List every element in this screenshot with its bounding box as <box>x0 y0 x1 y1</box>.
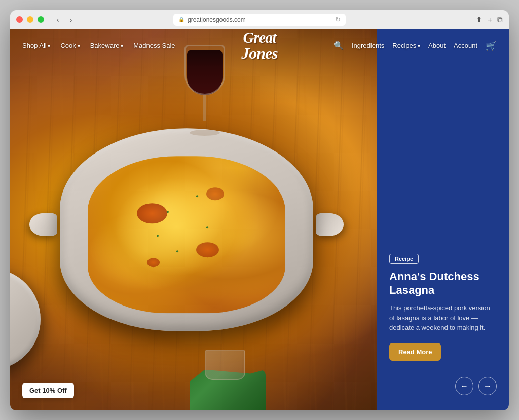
back-button[interactable]: ‹ <box>52 14 63 25</box>
nav-about[interactable]: About <box>428 42 446 49</box>
close-button[interactable] <box>16 16 23 23</box>
recipe-description: This porchetta-spiced pork version of la… <box>389 303 497 333</box>
mac-window: ‹ › 🔒 greatjonesgoods.com ↻ ⬆ + ⧉ Shop A… <box>10 10 509 410</box>
dish-body <box>60 128 313 331</box>
herb-dot-5 <box>157 235 159 237</box>
herb-dot-2 <box>206 226 208 228</box>
wine-glass-stem <box>203 95 206 121</box>
nav-cook[interactable]: Cook <box>60 42 80 49</box>
maximize-button[interactable] <box>38 16 44 23</box>
sauce-spot-2 <box>196 242 219 257</box>
cup-bottom-right <box>205 350 245 380</box>
logo-text: Great Jones <box>241 30 277 61</box>
dish-lid: GJ <box>10 269 51 380</box>
tabs-icon[interactable]: ⧉ <box>497 15 503 24</box>
nav-shop-all[interactable]: Shop All <box>22 42 50 49</box>
forward-button[interactable]: › <box>65 14 77 25</box>
nav-buttons: ‹ › <box>52 14 77 25</box>
nav-recipes[interactable]: Recipes <box>392 42 420 49</box>
discount-badge[interactable]: Get 10% Off <box>22 383 74 398</box>
sauce-spot-4 <box>147 258 160 267</box>
lasagna-fill <box>88 156 285 313</box>
nav-madness-sale[interactable]: Madness Sale <box>133 42 175 49</box>
share-icon[interactable]: ⬆ <box>476 15 483 24</box>
read-more-button[interactable]: Read More <box>389 343 441 361</box>
site-content: Shop All Cook Bakeware Madness Sale Grea… <box>10 29 509 410</box>
herb-dot-1 <box>167 211 169 213</box>
sauce-spot-1 <box>137 203 167 223</box>
sauce-spot-3 <box>206 187 224 200</box>
herb-dot-4 <box>196 195 198 197</box>
minimize-button[interactable] <box>27 16 33 23</box>
recipe-title: Anna's Dutchess Lasagna <box>389 270 497 297</box>
nav-ingredients[interactable]: Ingredients <box>352 42 384 49</box>
hero-image-section: GJ Get 10% Off <box>10 29 377 410</box>
wine-glass-base <box>190 130 220 136</box>
cart-icon[interactable]: 🛒 <box>486 40 497 51</box>
panel-nav: ← → <box>389 377 497 395</box>
next-slide-button[interactable]: → <box>478 377 497 395</box>
lid-body: GJ <box>10 269 41 370</box>
dish-handle-left <box>29 213 57 236</box>
url-bar[interactable]: 🔒 greatjonesgoods.com ↻ <box>173 14 346 26</box>
nav-bakeware[interactable]: Bakeware <box>90 42 124 49</box>
hero-container: GJ Get 10% Off <box>10 29 509 410</box>
recipe-badge: Recipe <box>389 254 419 264</box>
prev-slide-button[interactable]: ← <box>455 377 473 395</box>
nav-logo[interactable]: Great Jones <box>241 30 277 61</box>
nav-right: 🔍 Ingredients Recipes About Account 🛒 <box>333 40 497 51</box>
titlebar: ‹ › 🔒 greatjonesgoods.com ↻ ⬆ + ⧉ <box>10 10 509 29</box>
url-text: greatjonesgoods.com <box>188 16 246 23</box>
casserole-dish <box>40 108 333 341</box>
new-tab-icon[interactable]: + <box>488 15 492 24</box>
address-bar: 🔒 greatjonesgoods.com ↻ <box>173 14 346 26</box>
site-nav: Shop All Cook Bakeware Madness Sale Grea… <box>10 29 509 62</box>
dish-handle-right <box>316 213 344 236</box>
cheese-area <box>88 156 285 313</box>
herb-dot-3 <box>176 250 178 252</box>
nav-account[interactable]: Account <box>454 42 477 49</box>
toolbar-right: ⬆ + ⧉ <box>476 15 503 24</box>
hero-info-panel: Recipe Anna's Dutchess Lasagna This porc… <box>377 29 509 410</box>
lock-icon: 🔒 <box>178 17 184 22</box>
reload-icon[interactable]: ↻ <box>335 16 341 23</box>
search-icon[interactable]: 🔍 <box>333 41 344 50</box>
hero-background: GJ Get 10% Off <box>10 29 377 410</box>
nav-left: Shop All Cook Bakeware Madness Sale <box>22 42 175 49</box>
